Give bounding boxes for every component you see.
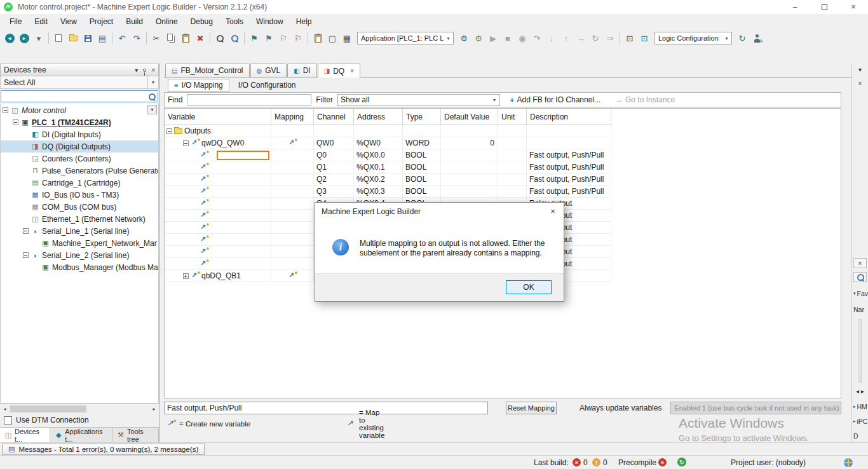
panel-tab-devices-t[interactable]: ◫Devices t... xyxy=(0,428,50,442)
channel-cell[interactable]: Q2 xyxy=(314,173,354,186)
copy-button[interactable] xyxy=(164,31,178,45)
nav-forward-button[interactable]: ▸ xyxy=(17,31,31,45)
type-cell[interactable] xyxy=(403,125,441,137)
close-panel-icon[interactable]: × xyxy=(151,67,155,74)
paste-special-button[interactable] xyxy=(311,31,325,45)
mapping-cell[interactable] xyxy=(271,137,314,149)
globe-icon[interactable] xyxy=(844,458,853,467)
column-header-type[interactable]: Type xyxy=(403,109,441,125)
description-cell[interactable] xyxy=(527,125,611,137)
chevron-down-icon[interactable]: ▾ xyxy=(722,36,731,41)
collapse-icon[interactable] xyxy=(183,140,189,146)
mapping-cell[interactable] xyxy=(271,186,314,198)
channel-cell[interactable]: Q3 xyxy=(314,186,354,198)
default-value-cell[interactable] xyxy=(441,173,498,186)
tree-item-serial-line-2-serial-line[interactable]: ◗Serial_Line_2 (Serial line) xyxy=(1,249,158,261)
channel-cell[interactable]: QW0 xyxy=(314,137,354,149)
variable-cell[interactable] xyxy=(165,161,271,173)
use-dtm-checkbox[interactable] xyxy=(4,416,12,425)
chevron-down-icon[interactable]: ▾ xyxy=(489,97,499,103)
unit-cell[interactable] xyxy=(498,137,527,149)
device-search-input[interactable] xyxy=(1,91,148,102)
variable-cell[interactable]: Outputs xyxy=(165,125,271,137)
type-cell[interactable]: BOOL xyxy=(403,173,441,186)
editor-tab-dq[interactable]: ◨DQ× xyxy=(318,64,360,78)
address-cell[interactable]: %QX0.0 xyxy=(354,149,403,161)
description-cell[interactable]: Fast output, Push/Pull xyxy=(527,149,611,161)
mapping-cell[interactable] xyxy=(271,125,314,137)
menu-help[interactable]: Help xyxy=(290,15,318,28)
column-header-default-value[interactable]: Default Value xyxy=(441,109,498,125)
address-cell[interactable]: %QX0.3 xyxy=(354,186,403,198)
menu-build[interactable]: Build xyxy=(119,15,149,28)
step-out-button[interactable]: ↑ xyxy=(559,31,573,45)
find-button[interactable] xyxy=(213,31,227,45)
tree-item-machine-expert-network-mar[interactable]: ▣Machine_Expert_Network_Mar xyxy=(1,237,158,249)
unit-cell[interactable] xyxy=(498,173,527,186)
variable-cell[interactable] xyxy=(165,198,271,210)
device-filter-dropdown-icon[interactable]: ▾ xyxy=(147,105,157,114)
mapping-cell[interactable] xyxy=(271,198,314,210)
type-cell[interactable]: BOOL xyxy=(403,161,441,173)
menu-online[interactable]: Online xyxy=(149,15,184,28)
cut-button[interactable]: ✂ xyxy=(149,31,163,45)
pin-icon[interactable] xyxy=(143,69,146,72)
menu-window[interactable]: Window xyxy=(250,15,290,28)
collapse-icon[interactable] xyxy=(3,107,8,113)
logic-configuration-combo[interactable]: Logic Configuration▾ xyxy=(654,32,732,44)
scroll-left-icon[interactable]: ◂ xyxy=(1,405,8,412)
panel-tab-tools-tree[interactable]: ⚒Tools tree xyxy=(112,428,159,442)
column-header-channel[interactable]: Channel xyxy=(314,109,354,125)
default-value-cell[interactable] xyxy=(441,186,498,198)
save-project-button[interactable] xyxy=(81,31,95,45)
expand-icon[interactable] xyxy=(183,273,189,279)
bookmark-next-button[interactable]: ⚑ xyxy=(262,31,276,45)
scrollbar-thumb[interactable] xyxy=(10,405,86,412)
variable-cell[interactable] xyxy=(165,186,271,198)
refresh-button[interactable]: ↻ xyxy=(735,31,749,45)
scroll-right-icon[interactable]: ▸ xyxy=(151,405,158,412)
variable-cell[interactable] xyxy=(165,210,271,222)
collapse-icon[interactable] xyxy=(23,252,29,258)
editor-tab-gvl[interactable]: ◍GVL xyxy=(250,64,287,77)
chevron-down-icon[interactable]: ▾ xyxy=(444,36,453,41)
maximize-button[interactable] xyxy=(810,0,839,14)
hmi-fragment[interactable]: ▸HM xyxy=(852,403,868,411)
menu-view[interactable]: View xyxy=(54,15,83,28)
horizontal-scrollbar[interactable]: ◂ ▸ xyxy=(0,404,159,413)
variable-cell[interactable] xyxy=(165,258,271,270)
variable-cell[interactable] xyxy=(165,234,271,246)
step-into-button[interactable]: ↓ xyxy=(545,31,559,45)
panel-tab-applications-t[interactable]: ◆Applications t... xyxy=(50,428,112,442)
add-fb-button[interactable]: + Add FB for IO Channel... xyxy=(510,95,600,105)
device-filter-select[interactable]: Select All ▾ xyxy=(0,76,159,89)
subtab-i-o-mapping[interactable]: ≡I/O Mapping xyxy=(168,79,229,92)
collapse-icon[interactable] xyxy=(13,119,18,125)
reset-mapping-button[interactable]: Reset Mapping xyxy=(506,402,557,414)
user-management-button[interactable]: + xyxy=(750,31,764,45)
d-fragment[interactable]: D xyxy=(852,432,868,440)
mapping-cell[interactable] xyxy=(271,234,314,246)
bookmark-toggle-button[interactable]: ⚑ xyxy=(247,31,261,45)
close-tab-icon[interactable]: × xyxy=(350,67,354,74)
collapse-icon[interactable] xyxy=(23,228,29,234)
address-cell[interactable]: %QW0 xyxy=(354,137,403,149)
mapping-cell[interactable] xyxy=(271,222,314,234)
variable-cell[interactable] xyxy=(165,149,271,161)
default-value-cell[interactable] xyxy=(441,161,498,173)
run-to-cursor-button[interactable]: → xyxy=(574,31,588,45)
undo-button[interactable]: ↶ xyxy=(115,31,129,45)
tree-item-io-bus-io-bus-tm3[interactable]: ▦IO_Bus (IO bus - TM3) xyxy=(1,189,158,201)
catalog-scrollbar[interactable] xyxy=(858,319,862,383)
type-cell[interactable]: BOOL xyxy=(403,149,441,161)
column-header-description[interactable]: Description xyxy=(527,109,611,125)
mapping-cell[interactable] xyxy=(271,210,314,222)
breakpoint-button[interactable]: ◉ xyxy=(515,31,529,45)
messages-toggle[interactable]: ▤ Messages - Total 1 error(s), 0 warning… xyxy=(2,444,205,455)
application-combo[interactable]: Application [PLC_1: PLC Logic]▾ xyxy=(357,32,454,44)
tree-item-pulse-generators-pulse-generator[interactable]: ⊓Pulse_Generators (Pulse Generator xyxy=(1,165,158,177)
menu-project[interactable]: Project xyxy=(83,15,119,28)
bookmark-prev-button[interactable]: ⚐ xyxy=(276,31,290,45)
login-run-button[interactable]: ▶ xyxy=(486,31,500,45)
default-value-cell[interactable]: 0 xyxy=(441,137,498,149)
